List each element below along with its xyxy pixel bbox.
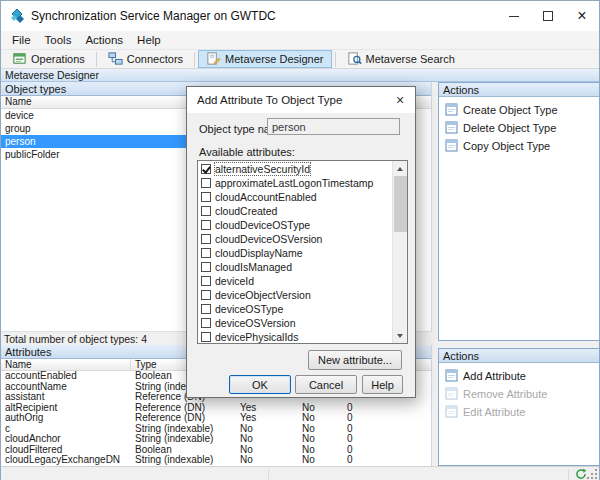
attr-name: altRecipient [1,403,131,414]
metaverse-search-label: Metaverse Search [366,53,455,65]
delete-object-type-action[interactable]: Delete Object Type [439,119,599,137]
create-object-type-action[interactable]: Create Object Type [439,101,599,119]
list-item[interactable]: cloudDeviceOSType [198,218,392,232]
table-row[interactable]: cString (indexable)NoNo0 [1,424,431,435]
actions-header: Actions [439,83,599,97]
checkbox[interactable] [201,290,211,300]
list-item[interactable]: deviceObjectVersion [198,288,392,302]
toolbar-separator [194,52,195,67]
metaverse-search-icon [347,51,362,68]
checkbox[interactable] [201,262,211,272]
checkbox-checked[interactable] [201,164,211,174]
list-item[interactable]: deviceOSVersion [198,316,392,330]
new-attribute-button[interactable]: New attribute... [308,350,402,370]
metaverse-designer-icon [206,51,221,68]
scroll-up-icon[interactable] [393,161,407,176]
section-title: Metaverse Designer [1,69,599,82]
checkbox[interactable] [201,248,211,258]
checkbox[interactable] [201,332,211,342]
remove-attribute-action: Remove Attribute [439,385,599,403]
checkbox[interactable] [201,178,211,188]
attribute-option-label: alternativeSecurityId [215,163,310,175]
attr-c4: No [298,434,343,445]
attr-type: String (indexable) [131,434,236,445]
form-icon [445,139,458,154]
table-row[interactable]: cloudAnchorString (indexable)NoNo0 [1,434,431,445]
menu-bar: File Tools Actions Help [1,31,599,49]
edit-attribute-action: Edit Attribute [439,403,599,421]
attr-c5: 0 [343,413,431,424]
attr-name: accountEnabled [1,371,131,382]
scrollbar-thumb[interactable] [394,176,407,232]
list-item[interactable]: alternativeSecurityId [198,162,392,176]
connectors-label: Connectors [127,53,183,65]
maximize-icon[interactable] [531,1,565,31]
title-bar: Synchronization Service Manager on GWTDC… [1,1,599,31]
list-item[interactable]: cloudIsManaged [198,260,392,274]
table-row[interactable]: authOrigReference (DN)YesNo0 [1,413,431,424]
menu-help[interactable]: Help [130,31,168,49]
form-icon [445,405,458,420]
object-type-label: group [5,122,31,135]
toolbar-separator [335,52,336,67]
operations-button[interactable]: Operations [4,50,93,68]
attr-name: assistant [1,392,131,403]
list-item[interactable]: cloudDisplayName [198,246,392,260]
minimize-icon[interactable] [497,1,531,31]
checkbox[interactable] [201,276,211,286]
dialog-title: Add Attribute To Object Type [187,94,385,106]
metaverse-search-button[interactable]: Metaverse Search [339,50,463,68]
ok-button[interactable]: OK [229,375,291,394]
list-item[interactable]: deviceId [198,274,392,288]
attr-c4: No [298,403,343,414]
resize-grip-icon[interactable] [586,468,598,480]
dialog-close-icon[interactable]: × [385,87,415,113]
window-title: Synchronization Service Manager on GWTDC [31,9,497,23]
table-row[interactable]: altRecipientReference (DN)YesNo0 [1,403,431,414]
action-label: Remove Attribute [463,388,547,400]
copy-object-type-action[interactable]: Copy Object Type [439,137,599,155]
attr-c3: Yes [236,413,298,424]
checkbox[interactable] [201,234,211,244]
menu-tools[interactable]: Tools [38,31,79,49]
connectors-button[interactable]: Connectors [100,50,191,68]
list-item[interactable]: deviceOSType [198,302,392,316]
metaverse-designer-button[interactable]: Metaverse Designer [198,50,331,68]
attr-c3: No [236,455,298,466]
attr-c3: No [236,434,298,445]
list-item[interactable]: devicePhysicalIds [198,330,392,344]
table-row[interactable]: cloudLegacyExchangeDNString (indexable)N… [1,455,431,466]
list-item[interactable]: cloudCreated [198,204,392,218]
table-row[interactable]: cloudFilteredBooleanNoNo0 [1,445,431,456]
checkbox[interactable] [201,220,211,230]
checkbox[interactable] [201,304,211,314]
checkbox[interactable] [201,192,211,202]
attribute-option-label: cloudIsManaged [215,261,292,273]
checkbox[interactable] [201,206,211,216]
help-button[interactable]: Help [362,375,403,394]
available-attributes-list: alternativeSecurityId approximateLastLog… [197,160,408,344]
menu-file[interactable]: File [5,31,38,49]
actions-header: Actions [439,349,599,363]
list-item[interactable]: approximateLastLogonTimestamp [198,176,392,190]
action-label: Create Object Type [463,104,558,116]
column-name[interactable]: Name [1,359,131,370]
object-type-actions-panel: Actions Create Object Type Delete Object… [438,82,600,341]
list-item[interactable]: cloudAccountEnabled [198,190,392,204]
scroll-down-icon[interactable] [393,328,407,343]
list-item[interactable]: cloudDeviceOSVersion [198,232,392,246]
cancel-button[interactable]: Cancel [295,375,357,394]
object-type-name-field[interactable] [267,118,400,135]
scrollbar[interactable] [392,161,407,343]
attr-c5: 0 [343,455,431,466]
app-logo-icon [9,8,25,24]
column-name[interactable]: Name [1,96,211,108]
close-icon[interactable]: × [565,1,599,31]
attribute-option-label: cloudDeviceOSVersion [215,233,322,245]
add-attribute-action[interactable]: Add Attribute [439,367,599,385]
menu-actions[interactable]: Actions [78,31,130,49]
attribute-option-label: cloudAccountEnabled [215,191,317,203]
attr-type: Reference (DN) [131,403,236,414]
attr-name: cloudLegacyExchangeDN [1,455,131,466]
checkbox[interactable] [201,318,211,328]
